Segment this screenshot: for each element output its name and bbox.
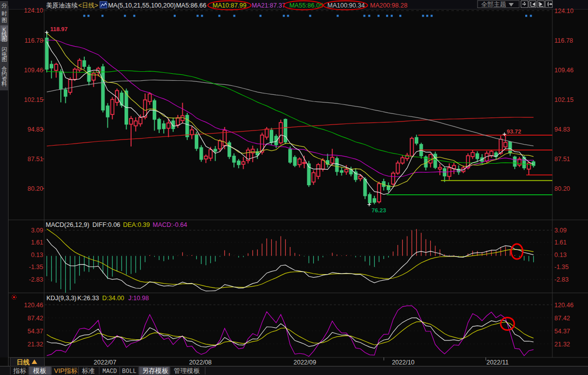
svg-text:1.61: 1.61 [31, 239, 43, 246]
svg-text:76.23: 76.23 [372, 207, 386, 213]
svg-text:94.83: 94.83 [554, 126, 570, 133]
svg-text:VIP指标: VIP指标 [54, 367, 78, 374]
svg-text:3.09: 3.09 [554, 227, 566, 234]
svg-text:87.51: 87.51 [28, 156, 43, 163]
svg-text:54.37: 54.37 [554, 328, 570, 335]
svg-text:图: 图 [2, 36, 7, 42]
svg-text:-2.83: -2.83 [29, 276, 44, 283]
svg-text:MACD(26,12,9): MACD(26,12,9) [46, 221, 89, 228]
svg-text:DIFF:0.06: DIFF:0.06 [92, 221, 121, 228]
svg-text:0.13: 0.13 [554, 252, 566, 259]
svg-text:120.46: 120.46 [24, 302, 43, 309]
svg-text:MACD:-0.64: MACD:-0.64 [153, 221, 187, 228]
svg-text:124.10: 124.10 [554, 8, 573, 15]
svg-text:MA100:90.34: MA100:90.34 [327, 2, 365, 9]
svg-text:102.15: 102.15 [554, 96, 573, 103]
svg-text:2022/09: 2022/09 [294, 359, 316, 366]
svg-text:MA10:87.99: MA10:87.99 [212, 2, 246, 9]
svg-text:118.97: 118.97 [50, 26, 68, 32]
svg-text:料: 料 [1, 81, 7, 87]
svg-text:2022/10: 2022/10 [392, 359, 414, 366]
svg-text:120.46: 120.46 [554, 302, 573, 309]
svg-text:美原油连续: 美原油连续 [46, 2, 78, 9]
svg-text:87.42: 87.42 [554, 315, 570, 322]
svg-text:80.20: 80.20 [554, 185, 570, 192]
svg-text:BOLL: BOLL [122, 368, 137, 375]
svg-text:模板: 模板 [33, 367, 46, 374]
svg-text:全部主题: 全部主题 [481, 1, 506, 8]
svg-text:80.20: 80.20 [28, 185, 43, 192]
svg-text:标准: 标准 [82, 367, 95, 374]
svg-text:KDJ(9,3,3): KDJ(9,3,3) [47, 295, 77, 302]
svg-text:另存模板: 另存模板 [142, 367, 168, 374]
svg-text:MA21:87.37: MA21:87.37 [252, 2, 285, 9]
svg-text:管理模板: 管理模板 [174, 367, 200, 374]
svg-text:109.46: 109.46 [24, 67, 43, 74]
svg-text:93.72: 93.72 [507, 129, 521, 135]
svg-text:21.32: 21.32 [554, 341, 570, 348]
svg-text:-1.35: -1.35 [554, 264, 569, 271]
svg-text:2022/07: 2022/07 [94, 359, 116, 366]
svg-text:54.37: 54.37 [28, 328, 43, 335]
svg-text:DEA:0.39: DEA:0.39 [123, 221, 150, 228]
svg-text:图: 图 [2, 56, 7, 62]
svg-text:2022/11: 2022/11 [487, 359, 509, 366]
svg-text:1.61: 1.61 [554, 239, 566, 246]
svg-text:K:26.33: K:26.33 [77, 295, 99, 302]
svg-text:<日线>: <日线> [78, 2, 98, 9]
svg-text:94.83: 94.83 [28, 126, 43, 133]
svg-text:J:10.98: J:10.98 [129, 295, 149, 302]
svg-text:0.13: 0.13 [31, 252, 43, 259]
svg-text:109.46: 109.46 [554, 67, 573, 74]
svg-text:图: 图 [2, 17, 7, 23]
svg-text:116.78: 116.78 [554, 37, 573, 44]
svg-text:21.32: 21.32 [28, 341, 43, 348]
svg-text:-1.35: -1.35 [29, 264, 44, 271]
svg-text:MA200:98.28: MA200:98.28 [370, 2, 407, 9]
svg-text:分: 分 [2, 3, 7, 9]
svg-text:87.51: 87.51 [554, 156, 570, 163]
svg-text:MACD: MACD [102, 368, 117, 375]
svg-text:3.09: 3.09 [31, 227, 43, 234]
svg-text:D:34.00: D:34.00 [102, 295, 125, 302]
svg-text:日线: 日线 [17, 358, 30, 366]
svg-text:时: 时 [2, 11, 7, 17]
svg-text:2022/08: 2022/08 [189, 359, 211, 366]
svg-text:102.15: 102.15 [24, 96, 43, 103]
svg-text:87.42: 87.42 [28, 315, 43, 322]
svg-text:116.78: 116.78 [25, 37, 43, 44]
svg-text:指标: 指标 [13, 367, 27, 374]
svg-text:MA5:86.66: MA5:86.66 [176, 2, 206, 9]
svg-text:-2.83: -2.83 [554, 276, 569, 283]
svg-text:124.10: 124.10 [24, 7, 43, 14]
svg-text:MA(5,10,21,55,100,200): MA(5,10,21,55,100,200) [108, 2, 176, 9]
